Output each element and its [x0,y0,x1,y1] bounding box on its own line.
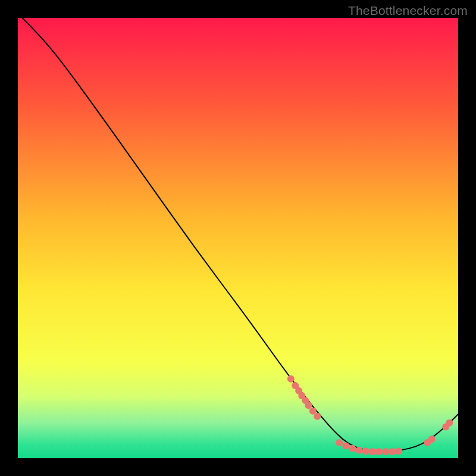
data-point [375,448,383,455]
plot-area [18,18,458,458]
data-point [314,413,321,420]
chart-frame: TheBottlenecker.com [0,0,476,476]
data-point [356,447,363,454]
data-point [369,448,376,455]
data-point [428,436,436,443]
data-point [389,448,396,455]
data-point [336,439,343,446]
gradient-background [18,18,458,458]
data-point [382,448,389,455]
data-point [446,419,453,427]
data-point [362,447,369,455]
data-point [342,442,349,449]
data-point [287,375,295,383]
chart-svg [18,18,458,458]
data-point [305,402,312,409]
data-point [349,445,356,452]
watermark-label: TheBottlenecker.com [348,4,468,18]
data-point [395,447,402,455]
